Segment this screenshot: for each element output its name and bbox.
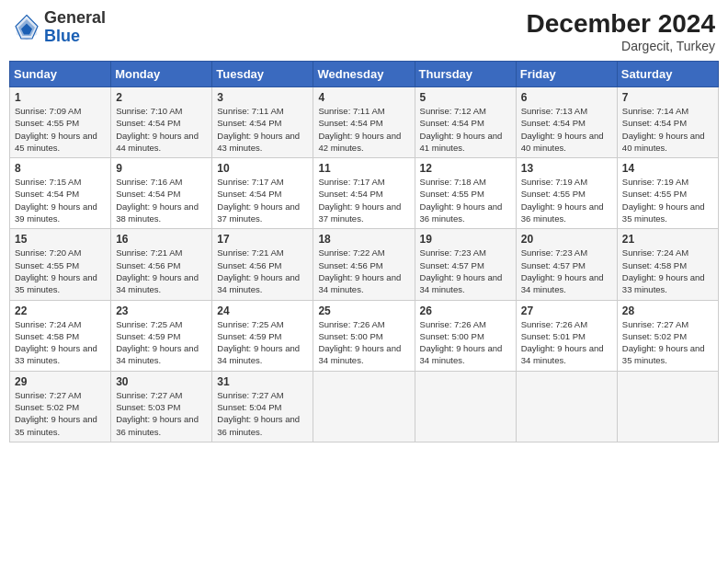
- day-info: Sunrise: 7:14 AMSunset: 4:54 PMDaylight:…: [622, 105, 713, 154]
- weekday-header-row: SundayMondayTuesdayWednesdayThursdayFrid…: [10, 62, 719, 87]
- calendar-cell: 23Sunrise: 7:25 AMSunset: 4:59 PMDayligh…: [111, 300, 212, 371]
- calendar-cell: 22Sunrise: 7:24 AMSunset: 4:58 PMDayligh…: [10, 300, 111, 371]
- day-number: 28: [622, 304, 713, 317]
- day-number: 26: [420, 304, 511, 317]
- day-info: Sunrise: 7:12 AMSunset: 4:54 PMDaylight:…: [420, 105, 511, 154]
- calendar-cell: 5Sunrise: 7:12 AMSunset: 4:54 PMDaylight…: [415, 87, 516, 158]
- day-info: Sunrise: 7:19 AMSunset: 4:55 PMDaylight:…: [521, 176, 612, 224]
- calendar-week-row: 29Sunrise: 7:27 AMSunset: 5:02 PMDayligh…: [10, 371, 719, 442]
- day-number: 19: [420, 233, 511, 246]
- day-info: Sunrise: 7:26 AMSunset: 5:01 PMDaylight:…: [521, 318, 612, 367]
- day-info: Sunrise: 7:11 AMSunset: 4:54 PMDaylight:…: [217, 105, 308, 154]
- month-year-title: December 2024: [527, 9, 715, 39]
- day-info: Sunrise: 7:21 AMSunset: 4:56 PMDaylight:…: [116, 247, 207, 295]
- day-info: Sunrise: 7:27 AMSunset: 5:04 PMDaylight:…: [217, 389, 308, 438]
- calendar-cell: 21Sunrise: 7:24 AMSunset: 4:58 PMDayligh…: [617, 229, 718, 300]
- page-header: General Blue December 2024 Dargecit, Tur…: [9, 9, 719, 53]
- calendar-cell: 25Sunrise: 7:26 AMSunset: 5:00 PMDayligh…: [313, 300, 415, 371]
- day-number: 25: [318, 304, 409, 317]
- day-number: 5: [420, 91, 511, 104]
- day-info: Sunrise: 7:19 AMSunset: 4:55 PMDaylight:…: [622, 176, 713, 224]
- day-info: Sunrise: 7:11 AMSunset: 4:54 PMDaylight:…: [318, 105, 409, 154]
- day-number: 20: [521, 233, 612, 246]
- day-number: 10: [217, 162, 308, 175]
- calendar-cell: 12Sunrise: 7:18 AMSunset: 4:55 PMDayligh…: [415, 158, 516, 229]
- calendar-cell: 3Sunrise: 7:11 AMSunset: 4:54 PMDaylight…: [212, 87, 313, 158]
- day-number: 14: [622, 162, 713, 175]
- calendar-cell: [617, 371, 718, 442]
- day-number: 22: [15, 304, 106, 317]
- calendar-cell: 7Sunrise: 7:14 AMSunset: 4:54 PMDaylight…: [617, 87, 718, 158]
- day-info: Sunrise: 7:26 AMSunset: 5:00 PMDaylight:…: [318, 318, 409, 367]
- calendar-cell: 9Sunrise: 7:16 AMSunset: 4:54 PMDaylight…: [111, 158, 212, 229]
- day-number: 31: [217, 375, 308, 388]
- calendar-cell: 6Sunrise: 7:13 AMSunset: 4:54 PMDaylight…: [516, 87, 617, 158]
- calendar-cell: 4Sunrise: 7:11 AMSunset: 4:54 PMDaylight…: [313, 87, 415, 158]
- day-info: Sunrise: 7:15 AMSunset: 4:54 PMDaylight:…: [15, 176, 106, 224]
- day-info: Sunrise: 7:17 AMSunset: 4:54 PMDaylight:…: [217, 176, 308, 224]
- calendar-cell: 16Sunrise: 7:21 AMSunset: 4:56 PMDayligh…: [111, 229, 212, 300]
- calendar-cell: 17Sunrise: 7:21 AMSunset: 4:56 PMDayligh…: [212, 229, 313, 300]
- weekday-header-monday: Monday: [111, 62, 212, 87]
- calendar-cell: 2Sunrise: 7:10 AMSunset: 4:54 PMDaylight…: [111, 87, 212, 158]
- calendar-cell: 24Sunrise: 7:25 AMSunset: 4:59 PMDayligh…: [212, 300, 313, 371]
- calendar-cell: 11Sunrise: 7:17 AMSunset: 4:54 PMDayligh…: [313, 158, 415, 229]
- day-number: 23: [116, 304, 207, 317]
- day-number: 29: [15, 375, 106, 388]
- calendar-week-row: 22Sunrise: 7:24 AMSunset: 4:58 PMDayligh…: [10, 300, 719, 371]
- day-number: 9: [116, 162, 207, 175]
- calendar-cell: 19Sunrise: 7:23 AMSunset: 4:57 PMDayligh…: [415, 229, 516, 300]
- calendar-cell: [516, 371, 617, 442]
- day-info: Sunrise: 7:20 AMSunset: 4:55 PMDaylight:…: [15, 247, 106, 295]
- day-number: 27: [521, 304, 612, 317]
- calendar-cell: 10Sunrise: 7:17 AMSunset: 4:54 PMDayligh…: [212, 158, 313, 229]
- day-number: 6: [521, 91, 612, 104]
- day-info: Sunrise: 7:18 AMSunset: 4:55 PMDaylight:…: [420, 176, 511, 224]
- day-number: 1: [15, 91, 106, 104]
- day-info: Sunrise: 7:16 AMSunset: 4:54 PMDaylight:…: [116, 176, 207, 224]
- weekday-header-wednesday: Wednesday: [313, 62, 415, 87]
- weekday-header-friday: Friday: [516, 62, 617, 87]
- weekday-header-thursday: Thursday: [415, 62, 516, 87]
- day-number: 30: [116, 375, 207, 388]
- day-info: Sunrise: 7:09 AMSunset: 4:55 PMDaylight:…: [15, 105, 106, 154]
- calendar-cell: 15Sunrise: 7:20 AMSunset: 4:55 PMDayligh…: [10, 229, 111, 300]
- day-number: 15: [15, 233, 106, 246]
- logo-icon: [13, 14, 40, 41]
- calendar-cell: 29Sunrise: 7:27 AMSunset: 5:02 PMDayligh…: [10, 371, 111, 442]
- logo: General Blue: [13, 9, 106, 46]
- day-number: 4: [318, 91, 409, 104]
- calendar-cell: 8Sunrise: 7:15 AMSunset: 4:54 PMDaylight…: [10, 158, 111, 229]
- day-info: Sunrise: 7:25 AMSunset: 4:59 PMDaylight:…: [217, 318, 308, 367]
- day-number: 8: [15, 162, 106, 175]
- calendar-cell: [415, 371, 516, 442]
- day-number: 11: [318, 162, 409, 175]
- day-info: Sunrise: 7:27 AMSunset: 5:03 PMDaylight:…: [116, 389, 207, 438]
- day-number: 12: [420, 162, 511, 175]
- day-info: Sunrise: 7:23 AMSunset: 4:57 PMDaylight:…: [521, 247, 612, 295]
- day-info: Sunrise: 7:21 AMSunset: 4:56 PMDaylight:…: [217, 247, 308, 295]
- calendar-cell: 30Sunrise: 7:27 AMSunset: 5:03 PMDayligh…: [111, 371, 212, 442]
- day-number: 2: [116, 91, 207, 104]
- day-number: 3: [217, 91, 308, 104]
- day-info: Sunrise: 7:10 AMSunset: 4:54 PMDaylight:…: [116, 105, 207, 154]
- day-info: Sunrise: 7:27 AMSunset: 5:02 PMDaylight:…: [622, 318, 713, 367]
- day-info: Sunrise: 7:22 AMSunset: 4:56 PMDaylight:…: [318, 247, 409, 295]
- calendar-cell: 13Sunrise: 7:19 AMSunset: 4:55 PMDayligh…: [516, 158, 617, 229]
- logo-text: General Blue: [44, 9, 106, 46]
- day-number: 7: [622, 91, 713, 104]
- calendar-cell: 28Sunrise: 7:27 AMSunset: 5:02 PMDayligh…: [617, 300, 718, 371]
- calendar-cell: 1Sunrise: 7:09 AMSunset: 4:55 PMDaylight…: [10, 87, 111, 158]
- day-info: Sunrise: 7:27 AMSunset: 5:02 PMDaylight:…: [15, 389, 106, 438]
- calendar-table: SundayMondayTuesdayWednesdayThursdayFrid…: [9, 61, 719, 442]
- day-info: Sunrise: 7:26 AMSunset: 5:00 PMDaylight:…: [420, 318, 511, 367]
- day-info: Sunrise: 7:25 AMSunset: 4:59 PMDaylight:…: [116, 318, 207, 367]
- calendar-cell: 27Sunrise: 7:26 AMSunset: 5:01 PMDayligh…: [516, 300, 617, 371]
- location-label: Dargecit, Turkey: [527, 39, 715, 53]
- calendar-cell: 14Sunrise: 7:19 AMSunset: 4:55 PMDayligh…: [617, 158, 718, 229]
- day-info: Sunrise: 7:13 AMSunset: 4:54 PMDaylight:…: [521, 105, 612, 154]
- calendar-cell: 26Sunrise: 7:26 AMSunset: 5:00 PMDayligh…: [415, 300, 516, 371]
- day-number: 17: [217, 233, 308, 246]
- calendar-cell: [313, 371, 415, 442]
- calendar-cell: 31Sunrise: 7:27 AMSunset: 5:04 PMDayligh…: [212, 371, 313, 442]
